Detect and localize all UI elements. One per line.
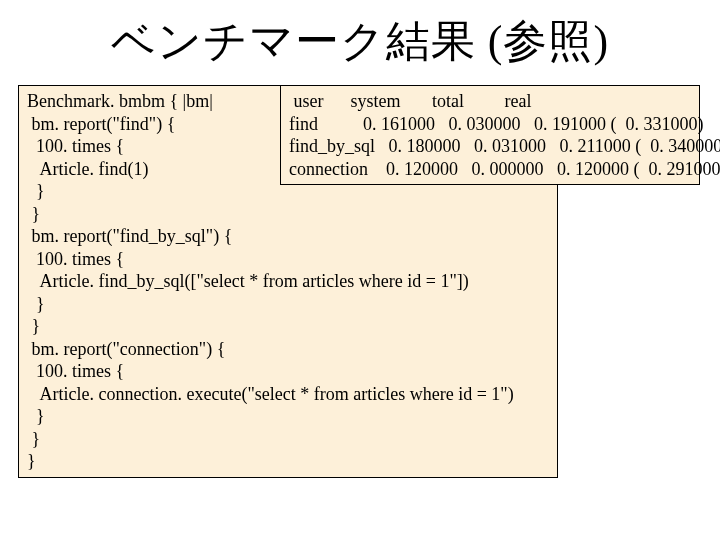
slide: ベンチマーク結果 (参照) Benchmark. bmbm { |bm| bm.… — [0, 0, 720, 540]
results-block: user system total real find 0. 161000 0.… — [280, 85, 700, 185]
slide-title: ベンチマーク結果 (参照) — [0, 12, 720, 71]
